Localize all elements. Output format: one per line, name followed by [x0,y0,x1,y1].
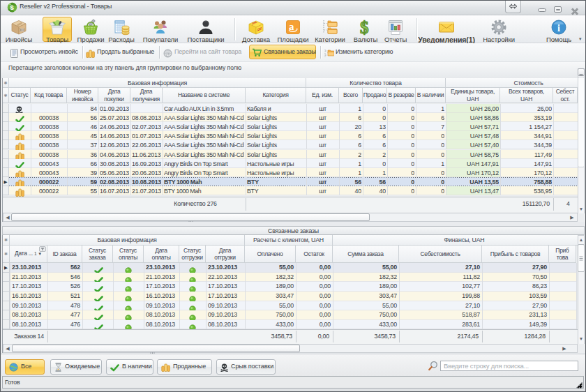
svg-text:i: i [557,23,560,33]
svg-text:$: $ [10,3,15,11]
svg-text:$: $ [360,18,369,36]
